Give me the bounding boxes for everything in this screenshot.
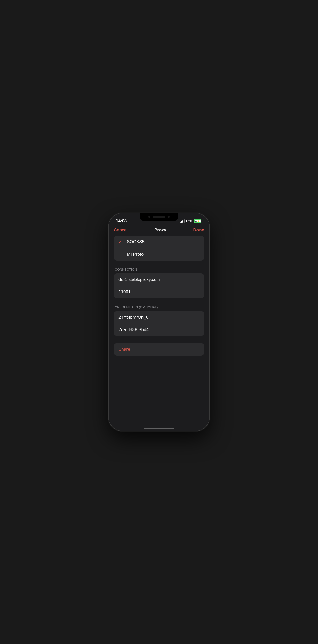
done-button[interactable]: Done [193, 227, 204, 233]
page-title: Proxy [154, 227, 166, 233]
signal-bar-2 [181, 221, 182, 223]
password-field[interactable]: 2oRTH88IShd4 [114, 324, 204, 336]
signal-icon [180, 219, 185, 223]
phone-screen: 14:08 LTE 46⚡ [109, 213, 209, 431]
mtproto-label: MTProto [127, 252, 200, 257]
connection-card: de-1.stableproxy.com 11001 [114, 273, 204, 298]
connection-section-label: CONNECTION [114, 268, 204, 273]
status-time: 14:08 [116, 218, 127, 224]
phone-frame: 14:08 LTE 46⚡ [109, 213, 209, 431]
notch-speaker [153, 216, 165, 218]
content-area: ✓ SOCKS5 ✓ MTProto CONNECTION de-1.stabl… [109, 236, 209, 363]
server-field[interactable]: de-1.stableproxy.com [114, 273, 204, 286]
username-field[interactable]: 2TYt4bmrOn_0 [114, 311, 204, 324]
port-value: 11001 [118, 289, 200, 295]
home-indicator [144, 428, 174, 429]
nav-header: Cancel Proxy Done [109, 225, 209, 236]
share-card[interactable]: Share [114, 343, 204, 356]
battery-body: 46⚡ [194, 219, 201, 223]
cancel-button[interactable]: Cancel [114, 227, 128, 233]
connection-section: CONNECTION de-1.stableproxy.com 11001 [114, 268, 204, 298]
credentials-section: CREDENTIALS (OPTIONAL) 2TYt4bmrOn_0 2oRT… [114, 305, 204, 336]
socks5-option[interactable]: ✓ SOCKS5 [114, 236, 204, 248]
password-value: 2oRTH88IShd4 [118, 327, 200, 332]
credentials-card: 2TYt4bmrOn_0 2oRTH88IShd4 [114, 311, 204, 336]
mtproto-option[interactable]: ✓ MTProto [114, 248, 204, 261]
notch-dot-left [148, 216, 150, 218]
notch-dot-right [168, 216, 170, 218]
battery-tip [202, 221, 202, 222]
share-label: Share [118, 347, 200, 352]
port-field[interactable]: 11001 [114, 286, 204, 298]
signal-bar-1 [180, 222, 181, 223]
status-right-icons: LTE 46⚡ [180, 219, 202, 223]
share-button[interactable]: Share [114, 343, 204, 356]
proxy-type-card: ✓ SOCKS5 ✓ MTProto [114, 236, 204, 261]
signal-bar-4 [184, 219, 185, 223]
credentials-section-label: CREDENTIALS (OPTIONAL) [114, 305, 204, 311]
username-value: 2TYt4bmrOn_0 [118, 315, 200, 320]
check-icon: ✓ [118, 240, 123, 245]
battery-level: 46⚡ [195, 220, 201, 222]
signal-bar-3 [182, 220, 183, 223]
server-value: de-1.stableproxy.com [118, 277, 200, 282]
notch [140, 213, 178, 221]
lte-label: LTE [186, 219, 192, 223]
socks5-label: SOCKS5 [127, 239, 200, 245]
battery-icon: 46⚡ [194, 219, 202, 223]
